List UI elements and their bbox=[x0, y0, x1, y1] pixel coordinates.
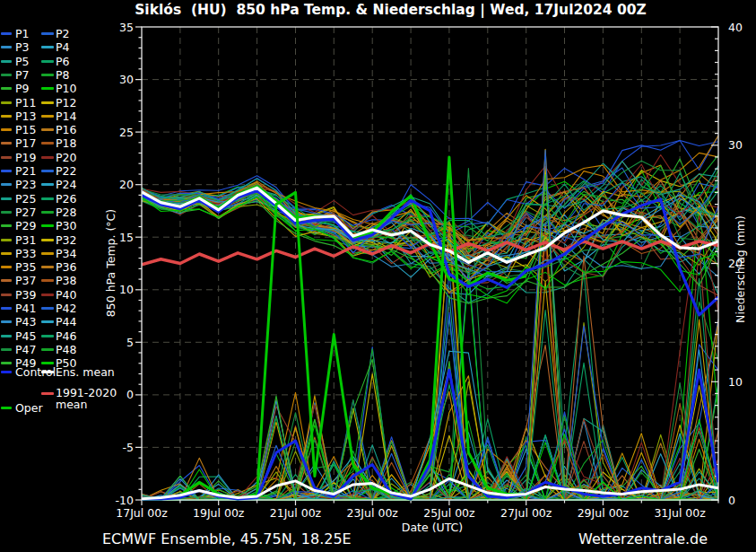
legend-item-label: P1 bbox=[15, 28, 30, 40]
legend-line-swatch bbox=[1, 266, 12, 268]
legend-item-label: P32 bbox=[56, 234, 76, 247]
legend-item-label: P36 bbox=[56, 261, 76, 274]
legend-line-swatch bbox=[41, 335, 54, 337]
legend-line-swatch bbox=[41, 32, 54, 35]
legend-line-swatch bbox=[41, 348, 54, 351]
legend-line-swatch bbox=[1, 60, 12, 63]
legend-line-swatch bbox=[41, 362, 54, 364]
legend-item-label: P4 bbox=[56, 41, 70, 54]
legend-line-swatch bbox=[41, 170, 54, 172]
legend-item-label: P40 bbox=[56, 289, 76, 302]
legend-item-label: P12 bbox=[56, 97, 76, 110]
legend-line-swatch bbox=[1, 211, 12, 214]
x-tick-label: 23Jul 00z bbox=[346, 506, 398, 520]
legend-item-label: P39 bbox=[15, 289, 36, 302]
legend-line-swatch bbox=[41, 142, 54, 145]
legend-line-swatch bbox=[41, 320, 54, 323]
legend-item-label: P16 bbox=[56, 124, 76, 136]
legend-line-swatch bbox=[1, 224, 12, 227]
legend-item-label: P23 bbox=[15, 179, 36, 191]
legend-line-swatch bbox=[41, 183, 54, 186]
meteogram-page: Siklós (HU) 850 hPa Temp. & Niederschlag… bbox=[0, 0, 756, 552]
legend-line-swatch bbox=[1, 197, 12, 200]
legend-item-label: P13 bbox=[15, 110, 36, 123]
legend-item-label: P31 bbox=[15, 234, 36, 247]
legend-item-label: P20 bbox=[56, 152, 76, 164]
y-right-tick-label: 30 bbox=[728, 138, 743, 152]
legend-item-label: P18 bbox=[56, 137, 76, 150]
legend-line-swatch bbox=[41, 252, 54, 255]
legend-line-swatch bbox=[1, 239, 12, 241]
legend-line-swatch bbox=[1, 46, 12, 48]
legend-line-swatch bbox=[1, 128, 12, 131]
legend-line-swatch bbox=[1, 183, 12, 186]
x-tick-label: 31Jul 00z bbox=[654, 506, 706, 520]
legend-item-label: P35 bbox=[15, 261, 36, 274]
legend-line-swatch bbox=[41, 266, 54, 268]
legend-line-swatch bbox=[1, 74, 12, 76]
footer-credit: Wetterzentrale.de bbox=[578, 530, 708, 548]
legend-line-swatch bbox=[41, 101, 54, 104]
legend-item-label: P7 bbox=[15, 69, 30, 82]
x-tick-label: 29Jul 00z bbox=[578, 506, 630, 520]
legend-item-label: P48 bbox=[56, 344, 76, 356]
legend-item-label: P41 bbox=[15, 302, 36, 315]
legend-item-label: P27 bbox=[15, 206, 36, 219]
y-right-tick-label: 0 bbox=[728, 494, 735, 507]
legend-line-swatch bbox=[41, 115, 54, 118]
legend-line-swatch bbox=[1, 362, 12, 364]
legend-item-label: P19 bbox=[15, 152, 36, 164]
legend-line-swatch bbox=[1, 32, 12, 35]
legend-item-label: P10 bbox=[56, 83, 76, 95]
legend-line-swatch bbox=[1, 115, 12, 118]
y-right-tick-label: 10 bbox=[728, 375, 743, 389]
legend-item-label: P33 bbox=[15, 248, 36, 260]
x-tick-label: 25Jul 00z bbox=[423, 506, 475, 520]
x-axis-title: Date (UTC) bbox=[402, 521, 463, 534]
legend-line-swatch bbox=[1, 320, 12, 323]
legend-item-label: P5 bbox=[15, 56, 30, 68]
legend-item-label: P37 bbox=[15, 275, 36, 287]
legend-item-label: P17 bbox=[15, 137, 36, 150]
legend-item-label: P15 bbox=[15, 124, 36, 136]
legend-line-swatch bbox=[41, 294, 54, 296]
legend-line-swatch bbox=[1, 371, 12, 373]
legend-line-swatch bbox=[1, 142, 12, 145]
x-tick-label: 19Jul 00z bbox=[193, 506, 245, 520]
legend-line-swatch bbox=[41, 279, 54, 282]
legend-item-label: P14 bbox=[56, 110, 76, 123]
legend-line-swatch bbox=[1, 87, 12, 90]
x-tick-label: 17Jul 00z bbox=[116, 506, 168, 520]
legend-item-label: P38 bbox=[56, 275, 76, 287]
legend-item-label: P29 bbox=[15, 220, 36, 232]
legend-line-swatch bbox=[1, 101, 12, 104]
ensemble-legend: P1P2P3P4P5P6P7P8P9P10P11P12P13P14P15P16P… bbox=[0, 0, 142, 503]
x-tick-label: 27Jul 00z bbox=[500, 506, 552, 520]
legend-line-swatch bbox=[41, 371, 54, 373]
legend-item-label: P28 bbox=[56, 206, 76, 219]
legend-line-swatch bbox=[1, 294, 12, 296]
legend-item-label: P44 bbox=[56, 316, 76, 329]
legend-item-label: P42 bbox=[56, 302, 76, 315]
legend-item-label: P25 bbox=[15, 193, 36, 206]
legend-item-label: P6 bbox=[56, 56, 70, 68]
legend-item-label: P30 bbox=[56, 220, 76, 232]
legend-item-label: Oper bbox=[15, 402, 43, 415]
legend-item-label: P11 bbox=[15, 97, 36, 110]
y-axis-title-right: Niederschlag (mm) bbox=[734, 215, 747, 323]
legend-item-label: P3 bbox=[15, 41, 30, 54]
legend-line-swatch bbox=[1, 348, 12, 351]
legend-line-swatch bbox=[1, 170, 12, 172]
legend-line-swatch bbox=[41, 307, 54, 310]
legend-item-label: P9 bbox=[15, 83, 30, 95]
legend-line-swatch bbox=[1, 335, 12, 337]
ensemble-member-precip-line bbox=[142, 320, 718, 500]
legend-line-swatch bbox=[41, 392, 54, 395]
legend-line-swatch bbox=[41, 211, 54, 214]
legend-line-swatch bbox=[41, 239, 54, 241]
x-tick-label: 21Jul 00z bbox=[270, 506, 322, 520]
legend-item-label: 1991-2020 mean bbox=[56, 388, 133, 410]
legend-item-label: P2 bbox=[56, 28, 70, 40]
legend-item-label: P26 bbox=[56, 193, 76, 206]
legend-item-label: P43 bbox=[15, 316, 36, 329]
